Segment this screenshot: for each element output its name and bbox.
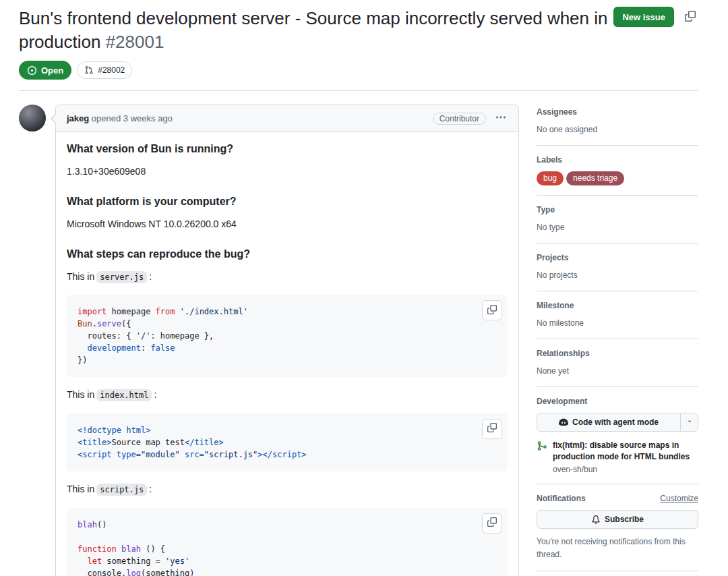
comment-header: jakeg opened 3 weeks ago Contributor xyxy=(56,105,518,132)
this-in-script-js: This inscript.js: xyxy=(67,482,508,497)
comment-header-right: Contributor xyxy=(433,111,508,126)
copy-code-button[interactable] xyxy=(482,513,502,534)
new-issue-button[interactable]: New issue xyxy=(613,7,674,27)
sidebar-section-labels: Labels bugneeds triage xyxy=(537,155,698,195)
code-line: routes: { '/': homepage }, xyxy=(78,330,497,342)
code-block-server-js: import homepage from './index.html'Bun.s… xyxy=(67,295,508,377)
milestone-empty: No milestone xyxy=(537,317,698,329)
agent-button-label: Code with agent mode xyxy=(572,417,659,427)
pull-request-icon xyxy=(84,65,94,75)
answer-bun-version: 1.3.10+30e609e08 xyxy=(67,165,508,179)
milestone-title: Milestone xyxy=(537,301,698,310)
notifications-title: Notifications xyxy=(537,494,586,503)
issue-opened-icon xyxy=(27,65,37,76)
author-avatar[interactable] xyxy=(19,105,46,132)
comment-column: jakeg opened 3 weeks ago Contributor Wha… xyxy=(55,105,519,576)
open-status-badge: Open xyxy=(19,61,71,80)
comment-options-button[interactable] xyxy=(494,111,508,126)
subscribe-button[interactable]: Subscribe xyxy=(537,510,698,529)
type-title: Type xyxy=(537,205,698,214)
issue-number: #28001 xyxy=(100,32,164,52)
header-divider xyxy=(19,90,698,91)
linked-pr-title: fix(html): disable source maps in produc… xyxy=(553,440,698,463)
status-row: Open #28002 xyxy=(19,61,698,80)
notifications-header: Notifications Customize xyxy=(537,494,698,503)
code-with-agent-button[interactable]: Code with agent mode xyxy=(537,413,680,431)
labels-list: bugneeds triage xyxy=(537,171,698,185)
issue-sidebar: Assignees No one assigned Labels bugneed… xyxy=(537,105,698,576)
copy-code-button[interactable] xyxy=(482,300,502,320)
kebab-icon xyxy=(495,112,506,125)
comment-body: What version of Bun is running? 1.3.10+3… xyxy=(56,132,518,576)
linked-pr-item[interactable]: fix(html): disable source maps in produc… xyxy=(537,440,698,475)
this-in-server-js: This inserver.js: xyxy=(67,270,508,285)
sidebar-section-notifications: Notifications Customize Subscribe You're… xyxy=(537,494,698,571)
heading-bun-version: What version of Bun is running? xyxy=(67,143,508,155)
copy-code-button[interactable] xyxy=(482,419,502,439)
git-merge-icon xyxy=(537,440,547,475)
inline-code-index-html: index.html xyxy=(96,389,152,401)
heading-steps: What steps can reproduce the bug? xyxy=(67,248,508,260)
bell-icon xyxy=(591,515,601,524)
relationships-empty: None yet xyxy=(537,365,698,377)
chevron-down-icon xyxy=(686,417,693,427)
code-line: development: false xyxy=(78,342,497,354)
content-area: jakeg opened 3 weeks ago Contributor Wha… xyxy=(19,105,698,576)
copy-icon xyxy=(487,423,497,434)
issue-comment: jakeg opened 3 weeks ago Contributor Wha… xyxy=(55,105,519,576)
heading-platform: What platform is your computer? xyxy=(67,196,508,208)
label-pill[interactable]: needs triage xyxy=(566,171,624,185)
code-line: <script type="module" src="script.js"></… xyxy=(78,449,497,461)
code-line: let something = 'yes' xyxy=(78,555,497,567)
issue-title: Bun's frontend development server - Sour… xyxy=(19,7,626,54)
copy-icon xyxy=(685,11,696,24)
agent-mode-dropdown-button[interactable] xyxy=(680,413,698,431)
sidebar-section-projects: Projects No projects xyxy=(537,253,698,291)
answer-platform: Microsoft Windows NT 10.0.26200.0 x64 xyxy=(67,217,508,232)
label-pill[interactable]: bug xyxy=(537,171,564,185)
this-in-index-html: This inindex.html: xyxy=(67,388,508,403)
agent-mode-split-button: Code with agent mode xyxy=(537,413,698,432)
sidebar-section-relationships: Relationships None yet xyxy=(537,349,698,387)
sidebar-section-type: Type No type xyxy=(537,205,698,243)
assignees-title: Assignees xyxy=(537,107,698,117)
comment-byline: jakeg opened 3 weeks ago xyxy=(67,113,173,123)
copy-icon xyxy=(487,517,497,529)
projects-empty: No projects xyxy=(537,269,698,281)
copy-title-button[interactable] xyxy=(682,8,698,26)
copilot-icon xyxy=(559,417,568,427)
sidebar-section-development: Development Code with agent mode xyxy=(537,397,698,485)
code-line: console.log(something) xyxy=(78,567,497,576)
customize-link[interactable]: Customize xyxy=(660,494,698,503)
relationships-title: Relationships xyxy=(537,349,698,358)
type-empty: No type xyxy=(537,221,698,233)
labels-title: Labels xyxy=(537,155,698,165)
code-line: function blah () { xyxy=(78,543,497,555)
code-line: }) xyxy=(78,354,497,366)
comment-author[interactable]: jakeg xyxy=(67,113,89,123)
code-line: Bun.serve({ xyxy=(78,318,497,330)
linked-pr-pill[interactable]: #28002 xyxy=(77,61,132,79)
copy-icon xyxy=(487,305,497,316)
header-actions: New issue xyxy=(613,7,698,27)
development-title: Development xyxy=(537,397,698,406)
open-status-label: Open xyxy=(41,65,63,76)
code-line: import homepage from './index.html' xyxy=(78,306,497,318)
issue-page: New issue Bun's frontend development ser… xyxy=(0,0,728,576)
sidebar-section-assignees: Assignees No one assigned xyxy=(537,107,698,146)
linked-pr-text: fix(html): disable source maps in produc… xyxy=(553,440,698,475)
code-line xyxy=(78,531,497,543)
comment-meta: opened 3 weeks ago xyxy=(89,113,173,123)
code-block-index-html: <!doctype html><title>Source map test</t… xyxy=(67,413,508,471)
code-line: <!doctype html> xyxy=(78,424,497,436)
code-block-script-js: blah() function blah () { let something … xyxy=(67,508,508,576)
code-line: blah() xyxy=(78,519,497,531)
sidebar-section-milestone: Milestone No milestone xyxy=(537,301,698,339)
subscribe-label: Subscribe xyxy=(605,515,644,524)
inline-code-script-js: script.js xyxy=(96,484,147,496)
projects-title: Projects xyxy=(537,253,698,262)
contributor-badge: Contributor xyxy=(433,113,486,125)
inline-code-server-js: server.js xyxy=(96,271,147,283)
linked-pr-number: #28002 xyxy=(98,65,125,75)
code-line: <title>Source map test</title> xyxy=(78,436,497,449)
